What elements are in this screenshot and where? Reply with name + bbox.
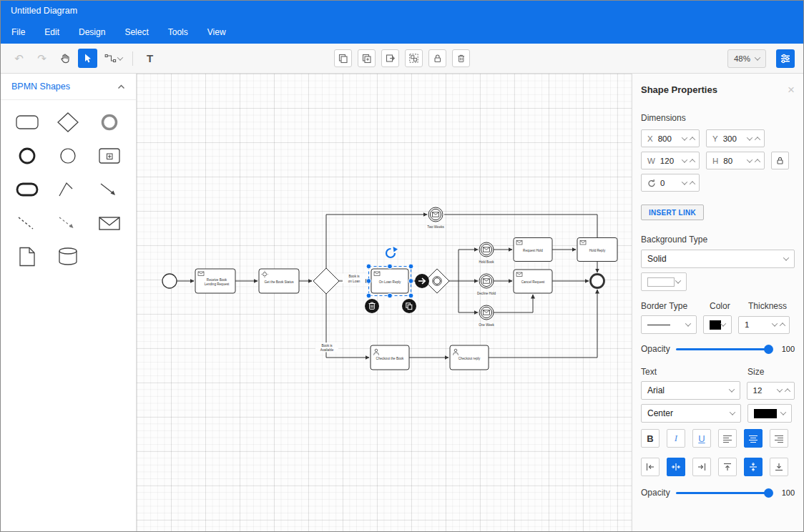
- diagram-canvas[interactable]: Receive Book Lending Request Get the Boo…: [137, 74, 632, 531]
- bold-button[interactable]: B: [641, 429, 660, 448]
- zoom-select[interactable]: 48%: [727, 49, 766, 68]
- shape-polyline[interactable]: [48, 177, 89, 201]
- connector[interactable]: [459, 250, 478, 281]
- menu-select[interactable]: Select: [124, 27, 148, 37]
- decrement-icon[interactable]: [747, 157, 752, 162]
- border-color-select[interactable]: [703, 315, 732, 334]
- align-center-button[interactable]: [744, 429, 763, 448]
- align-v-top-button[interactable]: [718, 458, 737, 476]
- node-task-receive-request[interactable]: Receive Book Lending Request: [195, 269, 235, 293]
- increment-icon[interactable]: [690, 137, 695, 142]
- clone-button[interactable]: [358, 49, 376, 67]
- shape-thick-event[interactable]: [89, 110, 130, 134]
- slider-thumb[interactable]: [764, 488, 773, 498]
- node-gateway-on-loan[interactable]: [313, 268, 339, 294]
- node-task-cancel-request[interactable]: Cancel Request: [514, 270, 552, 293]
- duplicate-button[interactable]: [381, 49, 399, 67]
- shape-message[interactable]: [89, 211, 130, 235]
- copy-button[interactable]: [334, 49, 352, 67]
- shape-subprocess[interactable]: [89, 144, 130, 167]
- align-left-button[interactable]: [718, 429, 737, 448]
- aspect-lock-button[interactable]: [771, 152, 789, 169]
- background-color-select[interactable]: [641, 272, 687, 291]
- align-v-center-button[interactable]: [744, 458, 763, 476]
- text-tool-button[interactable]: T: [140, 49, 160, 68]
- text-opacity-slider[interactable]: [676, 488, 772, 498]
- shape-end-event[interactable]: [6, 144, 48, 167]
- shape-dashed-arrow[interactable]: [48, 211, 89, 235]
- text-align-select[interactable]: Center: [641, 404, 741, 423]
- shape-database[interactable]: [48, 245, 89, 268]
- node-event-hold-book[interactable]: Hold Book: [479, 242, 494, 264]
- x-position-stepper[interactable]: X 800: [641, 129, 700, 147]
- node-event-decline-hold[interactable]: Decline Hold: [477, 274, 496, 295]
- increment-icon[interactable]: [755, 137, 760, 142]
- shape-thick-task[interactable]: [6, 177, 48, 201]
- node-task-checkout-book[interactable]: Checkout the Book: [371, 345, 409, 370]
- shape-gateway[interactable]: [48, 110, 89, 134]
- format-settings-button[interactable]: [776, 49, 795, 68]
- node-event-one-week[interactable]: One Week: [479, 305, 494, 327]
- align-v-bottom-button[interactable]: [770, 458, 788, 476]
- menu-design[interactable]: Design: [79, 27, 105, 37]
- font-family-select[interactable]: Arial: [641, 381, 740, 400]
- italic-button[interactable]: I: [667, 429, 685, 448]
- delete-button[interactable]: [452, 49, 470, 67]
- increment-icon[interactable]: [690, 181, 695, 187]
- quick-connect-button[interactable]: [415, 274, 429, 288]
- align-right-button[interactable]: [770, 429, 788, 448]
- node-task-checkout-reply[interactable]: Checkout reply: [450, 345, 489, 370]
- group-button[interactable]: [405, 49, 423, 67]
- border-thickness-stepper[interactable]: 1: [738, 316, 790, 334]
- connector[interactable]: [494, 295, 533, 312]
- connector[interactable]: [326, 215, 427, 268]
- menu-file[interactable]: File: [11, 27, 25, 37]
- redo-button[interactable]: ↷: [32, 49, 52, 68]
- node-task-request-hold[interactable]: Request Hold: [514, 238, 552, 262]
- shape-dashed-line[interactable]: [6, 211, 48, 235]
- undo-button[interactable]: ↶: [9, 49, 29, 68]
- close-icon[interactable]: ×: [788, 84, 795, 96]
- rotation-stepper[interactable]: 0: [641, 174, 700, 192]
- menu-view[interactable]: View: [207, 27, 226, 37]
- increment-icon[interactable]: [755, 159, 760, 164]
- decrement-icon[interactable]: [682, 134, 687, 140]
- align-h-center-button[interactable]: [667, 458, 685, 476]
- menu-edit[interactable]: Edit: [44, 27, 59, 37]
- width-stepper[interactable]: W 120: [641, 152, 700, 169]
- pan-tool-button[interactable]: [55, 49, 74, 68]
- node-start-event[interactable]: [162, 274, 177, 288]
- slider-thumb[interactable]: [764, 345, 773, 354]
- align-h-right-button[interactable]: [692, 458, 711, 476]
- delete-node-button[interactable]: [365, 299, 379, 313]
- collapse-chevron-up-icon[interactable]: [117, 84, 125, 89]
- font-size-stepper[interactable]: 12: [747, 382, 795, 400]
- connector-tool-button[interactable]: [101, 49, 125, 68]
- lock-button[interactable]: [428, 49, 446, 67]
- increment-icon[interactable]: [785, 388, 790, 394]
- node-task-hold-reply[interactable]: Hold Reply: [577, 238, 617, 262]
- decrement-icon[interactable]: [747, 134, 752, 140]
- node-task-get-book-status[interactable]: Get the Book Status: [259, 269, 299, 293]
- border-style-select[interactable]: [641, 315, 697, 334]
- menu-tools[interactable]: Tools: [168, 27, 188, 37]
- y-position-stepper[interactable]: Y 300: [706, 129, 765, 147]
- select-tool-button[interactable]: [78, 49, 97, 68]
- decrement-icon[interactable]: [682, 157, 687, 162]
- border-opacity-slider[interactable]: [676, 344, 772, 354]
- shape-task[interactable]: [6, 110, 48, 134]
- node-event-two-weeks[interactable]: Two Weeks: [427, 207, 444, 229]
- rotate-handle[interactable]: [386, 247, 398, 257]
- height-stepper[interactable]: H 80: [706, 152, 765, 169]
- copy-node-button[interactable]: [402, 299, 416, 313]
- node-end-event[interactable]: [591, 275, 604, 288]
- shape-document[interactable]: [6, 245, 48, 268]
- connector[interactable]: [489, 290, 597, 358]
- insert-link-button[interactable]: INSERT LINK: [641, 205, 704, 220]
- text-color-select[interactable]: [747, 404, 792, 423]
- decrement-icon[interactable]: [777, 386, 783, 392]
- shape-arrow-connector[interactable]: [89, 177, 130, 201]
- decrement-icon[interactable]: [682, 179, 687, 184]
- underline-button[interactable]: U: [692, 429, 711, 448]
- node-task-on-loan-reply[interactable]: On Loan Reply: [371, 269, 408, 293]
